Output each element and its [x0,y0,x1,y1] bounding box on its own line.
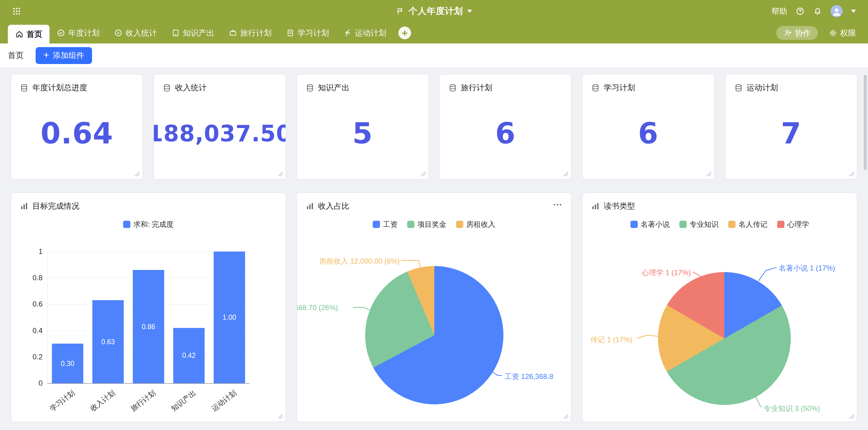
breadcrumb: 首页 [8,50,24,61]
add-widget-button[interactable]: + 添加组件 [36,47,92,64]
stat-card-value: 5 [297,88,428,179]
chart-title: 读书类型 [603,201,635,211]
topbar-actions: 帮助 [771,5,856,17]
tab-bar: 首页年度计划¥收入统计知识产出旅行计划学习计划运动计划 + 协作 权限 [0,22,868,44]
resize-handle-icon[interactable] [849,414,855,419]
dashboard-content: 年度计划总进度 0.64 收入统计 188,037.50 知识产出 5 [0,68,868,422]
resize-handle-icon[interactable] [134,171,140,177]
legend-swatch [373,221,380,228]
tab-label: 运动计划 [355,28,386,38]
reading-pie [658,272,791,405]
pie-callout: 心理学 1 (17%) [642,268,691,278]
stat-card-value: 0.64 [11,88,143,179]
resize-handle-icon[interactable] [421,171,426,177]
chart-card-reading-types: 读书类型 名著小说专业知识名人传记心理学 心理学 1 (17%) 名著小说 1 … [582,193,857,422]
svg-text:¥: ¥ [117,31,120,35]
tab-label: 首页 [27,29,42,39]
tab-home[interactable]: 首页 [8,25,50,44]
tab-income-stats[interactable]: ¥收入统计 [107,22,164,44]
chart-card-row: 目标完成情况 求和: 完成度 00.20.40.60.810.30学习计划0.6… [11,193,857,422]
more-options-icon[interactable] [552,200,563,210]
top-bar: 个人年度计划 帮助 [0,0,868,22]
legend-label: 项目奖金 [417,220,446,229]
income-pie [365,266,503,404]
bar-plot: 00.20.40.60.810.30学习计划0.63收入计划0.86旅行计划0.… [48,252,250,383]
legend-swatch [777,221,784,228]
apps-grid-icon[interactable] [12,7,21,16]
pie-callout: 传记 1 (17%) [590,335,632,345]
y-axis-line [48,252,48,383]
user-avatar[interactable] [831,5,843,17]
tab-travel-plan[interactable]: 旅行计划 [221,22,279,44]
tab-label: 收入统计 [126,28,157,38]
legend-item[interactable]: 心理学 [777,220,809,229]
legend-swatch [630,221,638,228]
tab-knowledge-output[interactable]: 知识产出 [164,22,221,44]
collaborate-button[interactable]: 协作 [776,26,818,40]
stat-card-value: 6 [583,88,714,179]
bar-运动计划: 1.00 [214,252,245,383]
help-circle-icon[interactable] [796,7,805,16]
legend-label: 专业知识 [690,220,719,229]
legend-item[interactable]: 名著小说 [630,220,670,229]
legend-item[interactable]: 工资 [373,220,398,229]
runner-icon [343,29,352,37]
bar-学习计划: 0.30 [52,344,83,383]
reading-pie-legend: 名著小说专业知识名人传记心理学 [583,220,857,229]
add-tab-button[interactable]: + [398,27,411,39]
tab-study-plan[interactable]: 学习计划 [279,22,336,44]
plus-icon: + [43,50,49,60]
stat-card-value: 7 [725,88,857,179]
yen-circle-icon: ¥ [114,29,123,37]
dashboard-title-group[interactable]: 个人年度计划 [396,5,472,17]
caret-down-icon[interactable] [851,10,856,13]
tab-sports-plan[interactable]: 运动计划 [336,22,394,44]
pie-callout: 工资 126,368.8 [505,372,553,381]
legend-label: 心理学 [787,220,809,229]
briefcase-icon [229,29,237,37]
bar-chart-legend: 求和: 完成度 [11,220,285,229]
stat-card: 学习计划 6 [582,74,714,179]
legend-swatch [407,221,414,228]
resize-handle-icon[interactable] [563,414,568,419]
legend-label: 名人传记 [739,220,768,229]
permissions-button[interactable]: 权限 [829,28,856,38]
pie-callout: 668.70 (26%) [297,304,338,312]
tab-annual-plan[interactable]: 年度计划 [50,22,107,44]
legend-swatch [679,221,687,228]
flag-icon [396,7,404,16]
bell-icon[interactable] [813,7,822,16]
stat-card: 年度计划总进度 0.64 [11,74,143,179]
legend-label: 名著小说 [641,220,670,229]
legend-item[interactable]: 名人传记 [728,220,768,229]
chart-title: 目标完成情况 [32,201,80,211]
legend-item[interactable]: 项目奖金 [407,220,446,229]
tab-label: 旅行计划 [240,28,272,38]
dashboard-title: 个人年度计划 [409,5,463,17]
resize-handle-icon[interactable] [563,171,568,177]
vertical-scrollbar[interactable] [864,75,867,170]
pie-callout: 专业知识 3 (50%) [764,404,820,413]
legend-label: 求和: 完成度 [133,220,174,229]
collaborate-label: 协作 [795,28,811,38]
tab-label: 知识产出 [183,28,214,38]
resize-handle-icon[interactable] [706,171,712,177]
tabbar-actions: 协作 权限 [776,26,856,40]
legend-swatch [123,221,130,228]
pie-callout: 房租收入 12,000.00 (6%) [319,256,400,266]
resize-handle-icon[interactable] [278,171,283,177]
tab-label: 年度计划 [68,28,100,38]
help-link[interactable]: 帮助 [771,6,787,17]
legend-item[interactable]: 求和: 完成度 [123,220,174,229]
resize-handle-icon[interactable] [849,171,855,177]
legend-item[interactable]: 专业知识 [679,220,719,229]
legend-item[interactable]: 房租收入 [456,220,495,229]
page-toolbar: 首页 + 添加组件 [0,44,868,68]
add-widget-label: 添加组件 [53,50,84,61]
bar-chart-icon [305,202,314,211]
tablet-icon [172,29,180,37]
resize-handle-icon[interactable] [278,414,283,419]
legend-label: 工资 [383,220,398,229]
bar-chart-icon [591,202,600,211]
chart-card-income-share: 收入占比 工资项目奖金房租收入 房租收入 12,000.00 (6%) 668.… [297,193,571,422]
